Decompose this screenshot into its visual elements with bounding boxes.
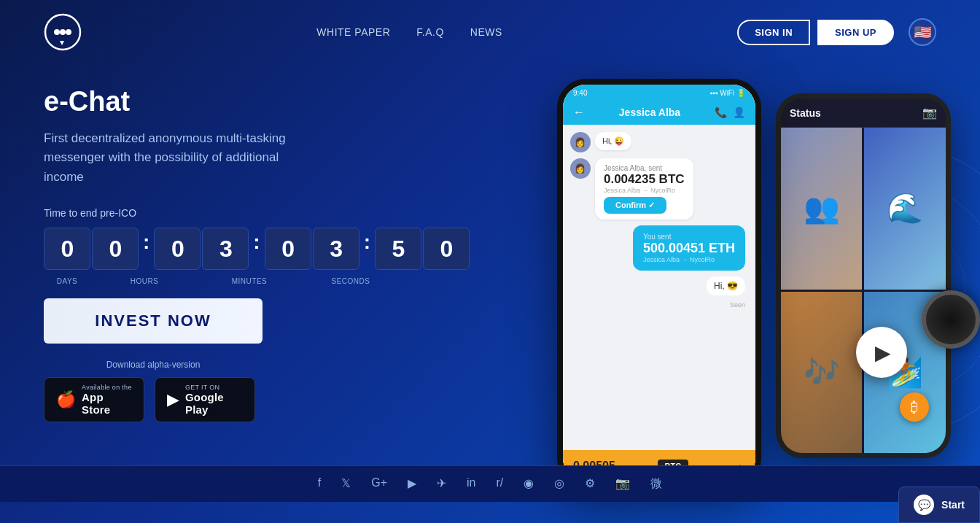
appstore-big-text: App Store [82, 391, 132, 416]
tx-amount: 0.004235 BTC [604, 172, 685, 187]
seconds-digit-1: 5 [375, 228, 421, 270]
seconds-group: 5 0 [375, 228, 470, 270]
hero-left: e-Chat First decentralized anonymous mul… [44, 86, 470, 422]
googleplay-button[interactable]: ▶ GET IT ON Google Play [155, 377, 255, 422]
chat-msg-1: 👩 Hi, 😜 [570, 132, 748, 152]
seen-text: Seen [570, 301, 745, 309]
settings-icon[interactable]: ⚙ [585, 476, 595, 492]
googleplay-text: GET IT ON Google Play [185, 384, 243, 416]
play-icon: ▶ [167, 390, 179, 409]
chat-widget[interactable]: 💬 Start [898, 487, 980, 523]
call-icon[interactable]: 📞 [715, 106, 727, 118]
phone-main-screen: 9:40 ▪▪▪ WiFi 🔋 ← Jessica Alba 📞 👤 👩 Hi,… [563, 85, 755, 481]
download-buttons: 🍎 Available on the App Store ▶ GET IT ON… [44, 377, 470, 422]
phone-back-header: Status 📷 [781, 98, 946, 128]
hero-title: e-Chat [44, 86, 470, 117]
countdown-labels: DAYS HOURS MINUTES SECONDS [44, 277, 470, 285]
photo-1: 👥 [781, 128, 863, 290]
signin-button[interactable]: SIGN IN [737, 20, 810, 45]
days-digit-2: 0 [92, 228, 139, 270]
nav-faq[interactable]: F.A.Q [416, 26, 444, 38]
camera-lens [922, 290, 980, 349]
camera-icon[interactable]: 📷 [922, 106, 937, 120]
googleplus-icon[interactable]: G+ [371, 476, 387, 492]
hero-right: 9:40 ▪▪▪ WiFi 🔋 ← Jessica Alba 📞 👤 👩 Hi,… [470, 86, 936, 465]
hours-label: HOURS [93, 277, 195, 285]
svg-marker-4 [60, 41, 64, 45]
sent-bubble: You sent 500.00451 ETH Jessica Alba → Ny… [633, 225, 745, 271]
medium-icon[interactable]: ◉ [524, 476, 534, 492]
minutes-digit-1: 0 [265, 228, 311, 270]
play-button[interactable]: ▶ [856, 327, 907, 378]
chat-msg-3: You sent 500.00451 ETH Jessica Alba → Ny… [570, 225, 748, 271]
timer-label: Time to end pre-ICO [44, 207, 470, 219]
chat-msg-2: 👩 Jessica Alba, sent 0.004235 BTC Jessic… [570, 158, 748, 220]
days-digit-1: 0 [44, 228, 90, 270]
instagram-icon[interactable]: 📷 [615, 476, 630, 492]
chat-widget-icon: 💬 [914, 495, 934, 515]
confirm-btn[interactable]: Confirm ✓ [604, 197, 666, 214]
days-label: DAYS [44, 277, 90, 285]
logo[interactable] [44, 13, 82, 51]
twitter-icon[interactable]: 𝕏 [341, 476, 351, 492]
appstore-button[interactable]: 🍎 Available on the App Store [44, 377, 144, 422]
youtube-icon[interactable]: ▶ [408, 476, 416, 492]
phone-main: 9:40 ▪▪▪ WiFi 🔋 ← Jessica Alba 📞 👤 👩 Hi,… [557, 79, 761, 487]
tx-label: Jessica Alba, sent [604, 164, 685, 172]
play-icon-inner: ▶ [875, 341, 891, 365]
apple-icon: 🍎 [56, 390, 76, 409]
facebook-icon[interactable]: f [318, 476, 321, 492]
hero-section: e-Chat First decentralized anonymous mul… [0, 64, 980, 465]
bubble-1: Hi, 😜 [595, 132, 632, 150]
phone-signal: ▪▪▪ WiFi 🔋 [710, 89, 745, 97]
days-group: 0 0 [44, 228, 139, 270]
avatar-1: 👩 [570, 132, 591, 152]
profile-icon[interactable]: 👤 [733, 106, 745, 118]
hero-subtitle: First decentralized anonymous multi-task… [44, 129, 321, 187]
bubble-tx: Jessica Alba, sent 0.004235 BTC Jessica … [595, 158, 693, 220]
back-status-title: Status [790, 107, 821, 119]
sep-2: : [252, 230, 261, 254]
sent-amount: 500.00451 ETH [643, 241, 735, 256]
nav-news[interactable]: NEWS [470, 26, 502, 38]
hours-digit-2: 3 [202, 228, 249, 270]
chat-msg-4: Hi, 😎 [707, 276, 745, 295]
minutes-group: 0 3 [265, 228, 359, 270]
minutes-digit-2: 3 [313, 228, 359, 270]
social-bar: f 𝕏 G+ ▶ ✈ in r/ ◉ ◎ ⚙ 📷 微 [0, 465, 980, 502]
crypto-icons: ₿ [900, 392, 929, 422]
appstore-text: Available on the App Store [82, 384, 132, 416]
avatar-2: 👩 [570, 158, 591, 179]
svg-point-2 [60, 29, 66, 35]
chat-contact-name: Jessica Alba [585, 106, 715, 118]
sep-1: : [141, 230, 151, 254]
sep-3: : [362, 230, 372, 254]
sent-label: You sent [643, 233, 735, 241]
phone-status-bar: 9:40 ▪▪▪ WiFi 🔋 [563, 85, 755, 100]
tx-route: Jessica Alba → NycolRo [604, 187, 685, 194]
navbar: WHITE PAPER F.A.Q NEWS SIGN IN SIGN UP 🇺… [0, 0, 980, 64]
linkedin-icon[interactable]: in [467, 476, 475, 492]
photo-3: 🎶 [781, 292, 863, 454]
appstore-small-text: Available on the [82, 384, 132, 391]
svg-point-1 [54, 29, 60, 35]
minutes-label: MINUTES [198, 277, 300, 285]
chat-widget-label: Start [941, 499, 965, 511]
hours-group: 0 3 [154, 228, 249, 270]
github-icon[interactable]: ◎ [554, 476, 564, 492]
invest-now-button[interactable]: INVEST NOW [44, 298, 262, 344]
phone-chat-body: 👩 Hi, 😜 👩 Jessica Alba, sent 0.004235 BT… [563, 125, 755, 450]
svg-point-3 [66, 29, 71, 35]
signup-button[interactable]: SIGN UP [817, 20, 894, 45]
countdown: 0 0 : 0 3 : 0 3 : 5 0 [44, 228, 470, 270]
googleplay-big-text: Google Play [185, 391, 243, 416]
googleplay-small-text: GET IT ON [185, 384, 243, 391]
telegram-icon[interactable]: ✈ [437, 476, 446, 492]
phone-time: 9:40 [573, 89, 587, 97]
back-arrow-icon[interactable]: ← [573, 106, 585, 119]
nav-whitepaper[interactable]: WHITE PAPER [316, 26, 390, 38]
reddit-icon[interactable]: r/ [496, 476, 503, 492]
wechat-icon[interactable]: 微 [650, 476, 662, 492]
phone-chat-header: ← Jessica Alba 📞 👤 [563, 100, 755, 125]
language-selector[interactable]: 🇺🇸 [909, 18, 936, 46]
